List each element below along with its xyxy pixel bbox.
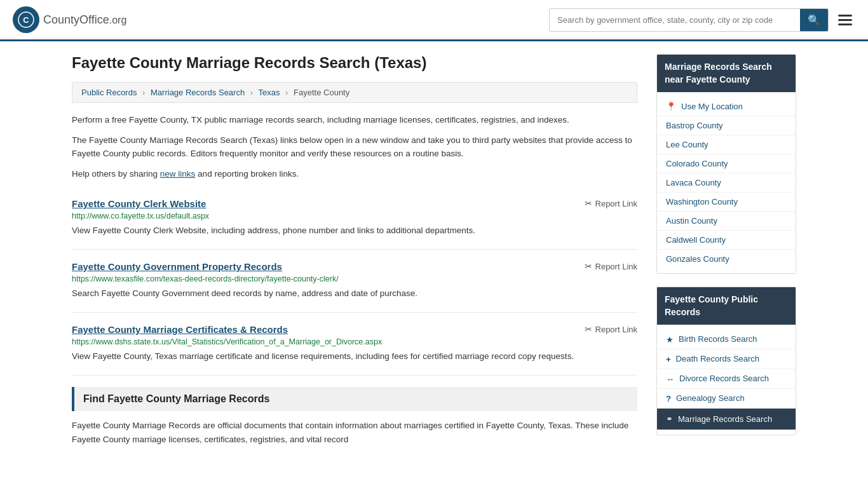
result-url-2[interactable]: https://www.texasfile.com/texas-deed-rec… xyxy=(72,274,637,283)
breadcrumb: Public Records › Marriage Records Search… xyxy=(72,82,637,103)
logo-area: C CountyOffice.org xyxy=(13,6,126,33)
divorce-icon: ↔ xyxy=(666,374,674,384)
report-icon-1: ✂ xyxy=(585,198,592,208)
sidebar-county-3[interactable]: Lavaca County xyxy=(657,173,796,193)
public-records-box-title: Fayette County Public Records xyxy=(657,287,796,325)
death-records-link[interactable]: + Death Records Search xyxy=(657,349,796,369)
report-icon-3: ✂ xyxy=(585,324,592,334)
sidebar: Marriage Records Search near Fayette Cou… xyxy=(656,54,796,448)
result-title-1[interactable]: Fayette County Clerk Website xyxy=(72,198,206,209)
intro-paragraph-1: Perform a free Fayette County, TX public… xyxy=(72,113,637,127)
sidebar-county-0[interactable]: Bastrop County xyxy=(657,116,796,135)
main-container: Fayette County Marriage Records Search (… xyxy=(53,41,815,461)
result-title-2[interactable]: Fayette County Government Property Recor… xyxy=(72,261,282,272)
breadcrumb-marriage-records[interactable]: Marriage Records Search xyxy=(151,88,245,97)
result-url-1[interactable]: http://www.co.fayette.tx.us/default.aspx xyxy=(72,212,637,220)
search-bar: 🔍 xyxy=(549,8,829,32)
report-link-btn-1[interactable]: ✂ Report Link xyxy=(585,198,637,208)
divorce-records-link[interactable]: ↔ Divorce Records Search xyxy=(657,369,796,389)
menu-button[interactable] xyxy=(835,11,855,29)
sidebar-county-1[interactable]: Lee County xyxy=(657,135,796,154)
birth-icon: ★ xyxy=(666,335,674,344)
marriage-icon: ⚭ xyxy=(666,414,673,424)
genealogy-link[interactable]: ? Genealogy Search xyxy=(657,389,796,409)
report-link-btn-2[interactable]: ✂ Report Link xyxy=(585,261,637,271)
result-desc-2: Search Fayette County Government deed re… xyxy=(72,287,637,301)
genealogy-icon: ? xyxy=(666,394,671,403)
report-link-btn-3[interactable]: ✂ Report Link xyxy=(585,324,637,334)
public-records-box-body: ★ Birth Records Search + Death Records S… xyxy=(657,325,796,435)
use-my-location-link[interactable]: 📍 Use My Location xyxy=(657,97,796,116)
logo-text: CountyOffice.org xyxy=(43,13,126,27)
sidebar-county-5[interactable]: Austin County xyxy=(657,212,796,231)
sidebar-county-7[interactable]: Gonzales County xyxy=(657,250,796,268)
birth-records-link[interactable]: ★ Birth Records Search xyxy=(657,330,796,349)
result-url-3[interactable]: https://www.dshs.state.tx.us/Vital_Stati… xyxy=(72,337,637,346)
header-right: 🔍 xyxy=(549,8,855,32)
sidebar-county-4[interactable]: Washington County xyxy=(657,193,796,212)
svg-text:C: C xyxy=(23,15,29,25)
search-button[interactable]: 🔍 xyxy=(800,9,828,31)
breadcrumb-public-records[interactable]: Public Records xyxy=(81,88,137,97)
nearby-counties-box: Marriage Records Search near Fayette Cou… xyxy=(656,54,796,274)
result-desc-1: View Fayette County Clerk Website, inclu… xyxy=(72,224,637,238)
breadcrumb-current: Fayette County xyxy=(294,88,349,97)
result-item-1: Fayette County Clerk Website ✂ Report Li… xyxy=(72,187,637,250)
nearby-box-title: Marriage Records Search near Fayette Cou… xyxy=(657,55,796,92)
intro-paragraph-2: The Fayette County Marriage Records Sear… xyxy=(72,133,637,161)
result-item-2: Fayette County Government Property Recor… xyxy=(72,250,637,313)
find-section-heading: Find Fayette County Marriage Records xyxy=(72,387,637,411)
breadcrumb-texas[interactable]: Texas xyxy=(259,88,280,97)
content-area: Fayette County Marriage Records Search (… xyxy=(72,54,637,448)
report-icon-2: ✂ xyxy=(585,261,592,271)
search-input[interactable] xyxy=(550,10,800,30)
location-icon: 📍 xyxy=(666,102,676,111)
public-records-box: Fayette County Public Records ★ Birth Re… xyxy=(656,287,796,435)
find-section-desc: Fayette County Marriage Records are offi… xyxy=(72,419,637,446)
marriage-records-search-btn[interactable]: ⚭ Marriage Records Search xyxy=(657,409,796,430)
new-links-link[interactable]: new links xyxy=(160,169,196,179)
sidebar-county-2[interactable]: Colorado County xyxy=(657,154,796,173)
result-title-3[interactable]: Fayette County Marriage Certificates & R… xyxy=(72,324,288,335)
site-header: C CountyOffice.org 🔍 xyxy=(0,0,868,41)
page-title: Fayette County Marriage Records Search (… xyxy=(72,54,637,72)
nearby-box-body: 📍 Use My Location Bastrop County Lee Cou… xyxy=(657,92,796,273)
result-desc-3: View Fayette County, Texas marriage cert… xyxy=(72,350,637,363)
intro-paragraph-3: Help others by sharing new links and rep… xyxy=(72,167,637,181)
sidebar-county-6[interactable]: Caldwell County xyxy=(657,231,796,250)
logo-icon: C xyxy=(13,6,39,33)
result-item-3: Fayette County Marriage Certificates & R… xyxy=(72,313,637,376)
death-icon: + xyxy=(666,355,671,364)
